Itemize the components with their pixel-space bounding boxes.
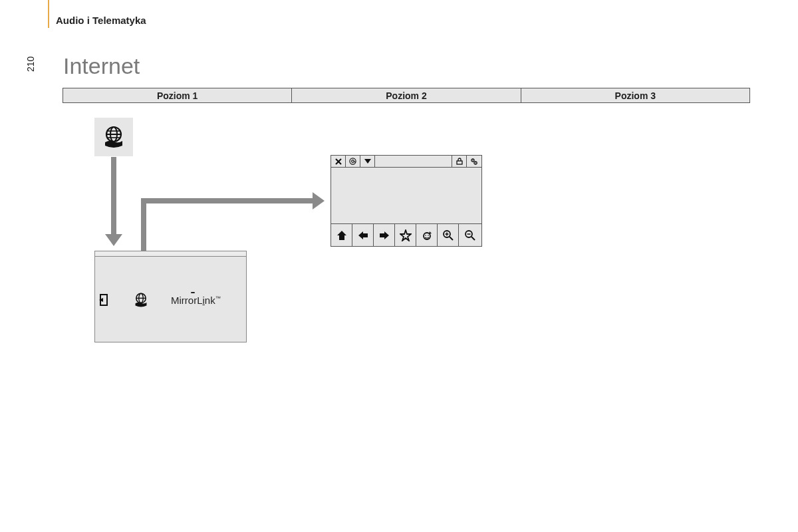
browser-toolbar-top	[331, 156, 481, 168]
globe-hand-icon-small[interactable]	[132, 291, 150, 309]
globe-hand-icon	[100, 124, 127, 150]
svg-marker-21	[358, 231, 368, 239]
dropdown-icon[interactable]	[360, 156, 375, 167]
svg-point-13	[352, 160, 354, 163]
mirrorlink-label[interactable]: MirrorLink™	[171, 295, 221, 306]
svg-marker-23	[400, 230, 411, 241]
level-2-header: Poziom 2	[292, 88, 521, 103]
svg-line-29	[450, 237, 453, 240]
internet-root-icon-box	[94, 118, 133, 156]
close-icon[interactable]	[331, 156, 346, 167]
level-3-header: Poziom 3	[521, 88, 750, 103]
page-title: Internet	[63, 53, 140, 79]
forward-icon[interactable]	[374, 224, 395, 246]
svg-marker-25	[429, 231, 432, 234]
browser-panel	[331, 155, 482, 247]
arrow-down	[111, 157, 116, 235]
browser-toolbar-bottom	[331, 223, 481, 246]
level-header-row: Poziom 1 Poziom 2 Poziom 3	[63, 88, 750, 103]
level-1-header: Poziom 1	[63, 88, 292, 103]
arrow-vert-segment	[141, 198, 146, 251]
arrow-right	[141, 198, 314, 203]
svg-point-12	[350, 158, 356, 164]
lock-icon[interactable]	[452, 156, 467, 167]
at-icon[interactable]	[346, 156, 360, 167]
header-rule	[48, 0, 49, 28]
home-icon[interactable]	[331, 224, 352, 246]
svg-point-26	[425, 235, 426, 236]
section-label: Audio i Telematyka	[56, 15, 146, 26]
svg-marker-20	[337, 231, 346, 240]
zoom-in-icon[interactable]	[438, 224, 459, 246]
svg-point-27	[428, 235, 429, 236]
star-icon[interactable]	[395, 224, 416, 246]
panel-title-strip	[95, 251, 246, 257]
arrow-right-head	[313, 192, 325, 209]
arrow-down-head	[105, 234, 122, 246]
svg-line-33	[471, 237, 475, 240]
address-bar[interactable]	[375, 156, 452, 167]
refresh-icon[interactable]	[416, 224, 438, 246]
back-icon[interactable]	[352, 224, 374, 246]
settings-icon[interactable]	[467, 156, 481, 167]
svg-marker-14	[364, 159, 371, 164]
exit-icon[interactable]	[99, 294, 111, 306]
level1-menu-panel: MirrorLink™	[94, 251, 247, 342]
page-number: 210	[25, 57, 36, 72]
svg-rect-15	[457, 161, 462, 164]
svg-marker-22	[380, 231, 389, 239]
zoom-out-icon[interactable]	[459, 224, 481, 246]
